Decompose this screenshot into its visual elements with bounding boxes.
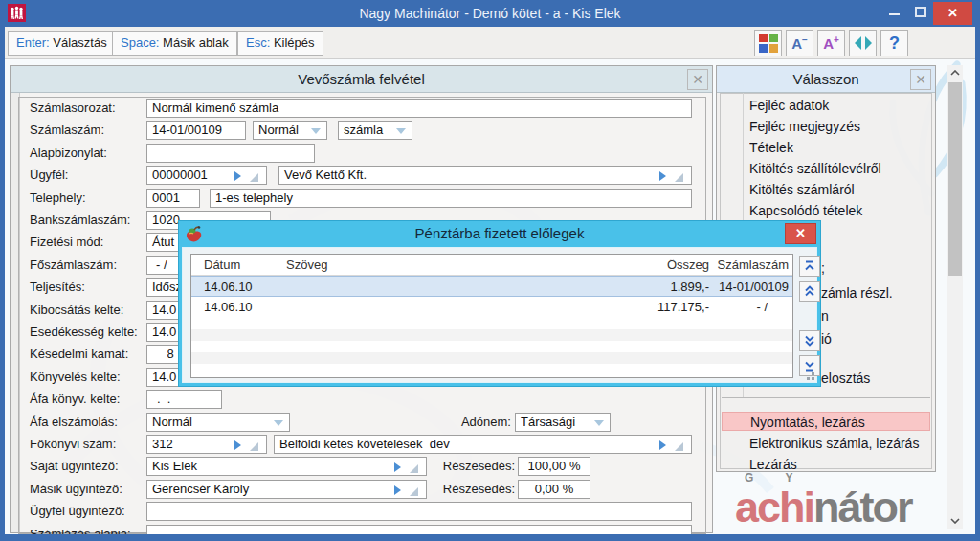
table-header-row: Dátum Szöveg Összeg Számlaszám xyxy=(191,255,792,276)
chevron-down-icon xyxy=(594,420,604,426)
menu-item-nyomtatas-lezaras[interactable]: Nyomtatás, lezárás xyxy=(722,412,930,431)
scroll-down-icon[interactable] xyxy=(947,513,963,529)
label-fokonyvi-szam: Főkönyvi szám: xyxy=(30,435,146,454)
field-afa-konyv-kelte[interactable]: . . xyxy=(146,390,222,409)
menu-item-fejlec-adatok[interactable]: Fejléc adatok xyxy=(749,96,927,115)
empty-row xyxy=(191,329,792,341)
cell-datum: 14.06.10 xyxy=(191,277,286,296)
menu-item-elektronikus-szamla-lezaras[interactable]: Elektronikus számla, lezárás xyxy=(722,434,930,453)
cell-osszeg: 1.899,- xyxy=(516,277,709,296)
label-masik-ugyintezo: Másik ügyintéző: xyxy=(30,480,146,499)
help-button[interactable]: ? xyxy=(880,30,908,56)
content-area: Vevőszámla felvétel ✕ Számlasorozat: Nor… xyxy=(5,59,975,534)
table-row[interactable]: 14.06.10 1.899,- 14-01/00109 xyxy=(191,276,792,297)
advance-payments-dialog: Pénztárba fizetett előlegek ✕ Dátum Szöv… xyxy=(178,220,821,387)
dialog-body: Dátum Szöveg Összeg Számlaszám 14.06.10 … xyxy=(182,247,817,383)
minimize-icon[interactable] xyxy=(889,13,900,15)
field-fokonyvi-szam[interactable]: 312 xyxy=(146,435,267,454)
lookup-play-icon[interactable] xyxy=(394,462,401,472)
field-fokonyvi-nev[interactable]: Belföldi kétes követelések dev xyxy=(274,435,692,454)
field-ugyfel-ugyintezo[interactable] xyxy=(146,502,692,521)
field-reszesedes-2[interactable]: 0,00 % xyxy=(518,480,590,499)
lookup-corner-icon[interactable] xyxy=(675,173,683,182)
field-reszesedes-1[interactable]: 100,00 % xyxy=(518,457,590,476)
label-teljesites: Teljesítés: xyxy=(30,278,146,297)
font-decrease-icon: A− xyxy=(791,34,808,53)
label-telephely: Telephely: xyxy=(30,189,146,208)
font-decrease-button[interactable]: A− xyxy=(786,30,813,56)
menu-item-kapcsolodo-tetelek[interactable]: Kapcsolódó tételek xyxy=(749,201,927,220)
menu-item-partial[interactable]: zámla részl. xyxy=(821,283,893,303)
field-szamlasorozat[interactable]: Normál kimenő számla xyxy=(146,99,692,118)
field-alapbizonylat[interactable] xyxy=(146,144,315,163)
field-sajat-ugyintezo[interactable]: Kis Elek xyxy=(146,457,427,476)
menu-item-fejlec-megjegyzes[interactable]: Fejléc megjegyzés xyxy=(749,117,927,136)
empty-row xyxy=(191,318,792,329)
menu-item-partial[interactable]: ió xyxy=(821,329,832,349)
menu-item-tetelek[interactable]: Tételek xyxy=(749,138,927,157)
field-szamlazas-alapja[interactable] xyxy=(146,525,692,534)
empty-row xyxy=(191,341,792,352)
space-other-window-button[interactable]: Space: Másik ablak xyxy=(112,31,237,56)
key-hint: Space: xyxy=(121,35,159,50)
col-header-szoveg: Szöveg xyxy=(286,255,516,275)
help-icon: ? xyxy=(889,34,900,54)
lookup-corner-icon[interactable] xyxy=(675,442,683,451)
empty-row xyxy=(191,352,792,364)
scrollbar-thumb[interactable] xyxy=(948,82,962,276)
table-row[interactable]: 14.06.10 117.175,- - / xyxy=(191,297,792,318)
maximize-icon[interactable] xyxy=(915,7,926,17)
esc-exit-button[interactable]: Esc: Kilépés xyxy=(237,31,323,56)
field-ugyfel-kod[interactable]: 00000001 xyxy=(146,166,267,185)
lookup-corner-icon[interactable] xyxy=(250,173,258,182)
lookup-play-icon[interactable] xyxy=(659,171,666,181)
menu-item-partial[interactable]: ; xyxy=(821,259,825,278)
scroll-to-top-button[interactable] xyxy=(799,256,820,277)
resize-grip-icon[interactable] xyxy=(805,371,814,380)
label-alapbizonylat: Alapbizonylat: xyxy=(30,144,146,163)
menu-item-partial[interactable]: elosztás xyxy=(821,369,870,388)
page-up-button[interactable] xyxy=(799,281,820,302)
menu-item-partial[interactable]: n xyxy=(821,306,829,326)
sidebar-close-icon[interactable]: ✕ xyxy=(910,69,931,90)
label-reszesedes-2: Részesedés: xyxy=(438,480,515,499)
lookup-corner-icon[interactable] xyxy=(250,442,258,451)
label-fizetesi-mod: Fizetési mód: xyxy=(30,233,146,252)
field-szamlaszam[interactable]: 14-01/00109 xyxy=(146,121,246,140)
window-close-button[interactable]: ✕ xyxy=(933,2,972,25)
page-down-button[interactable] xyxy=(799,330,820,351)
font-increase-button[interactable]: A+ xyxy=(817,30,845,56)
vertical-scrollbar[interactable] xyxy=(947,65,963,529)
dropdown-afa-elszamolas[interactable]: Normál xyxy=(146,413,290,432)
toolbar: Enter: Választás Space: Másik ablak Esc:… xyxy=(5,27,975,59)
lookup-play-icon[interactable] xyxy=(234,171,241,181)
menu-item-kitoltes-szamlarol[interactable]: Kitöltés számláról xyxy=(749,180,927,199)
cell-szoveg xyxy=(286,297,516,318)
lookup-play-icon[interactable] xyxy=(394,485,401,495)
font-increase-icon: A+ xyxy=(823,34,839,53)
empty-row xyxy=(191,364,792,375)
column-swap-button[interactable] xyxy=(849,30,877,56)
form-title: Vevőszámla felvétel xyxy=(11,66,712,93)
lookup-play-icon[interactable] xyxy=(659,440,666,450)
dialog-close-button[interactable]: ✕ xyxy=(785,223,816,244)
lookup-play-icon[interactable] xyxy=(234,440,241,450)
lookup-corner-icon[interactable] xyxy=(410,464,418,473)
field-telephely-nev[interactable]: 1-es telephely xyxy=(210,189,692,208)
field-ugyfel-nev[interactable]: Vevő Kettő Kft. xyxy=(278,166,692,185)
enter-select-button[interactable]: Enter: Választás xyxy=(8,31,116,56)
field-telephely-kod[interactable]: 0001 xyxy=(146,189,200,208)
menu-item-kitoltes-szallitolevelrol[interactable]: Kitöltés szállítólevélről xyxy=(749,159,927,178)
window-colors-button[interactable] xyxy=(754,30,782,56)
button-label: Másik ablak xyxy=(159,35,228,50)
dropdown-invoice-kind[interactable]: számla xyxy=(338,121,412,140)
form-close-icon[interactable]: ✕ xyxy=(687,69,708,90)
lookup-corner-icon[interactable] xyxy=(410,487,418,496)
label-szamlazas-alapja: Számlázás alapja: xyxy=(30,525,146,534)
scroll-up-icon[interactable] xyxy=(947,65,963,80)
cell-osszeg: 117.175,- xyxy=(516,297,709,318)
label-adonem: Adónem: xyxy=(444,413,511,432)
dropdown-adonem[interactable]: Társasági xyxy=(515,413,611,432)
field-masik-ugyintezo[interactable]: Gerencsér Károly xyxy=(146,480,427,499)
dropdown-invoice-type[interactable]: Normál xyxy=(253,121,327,140)
